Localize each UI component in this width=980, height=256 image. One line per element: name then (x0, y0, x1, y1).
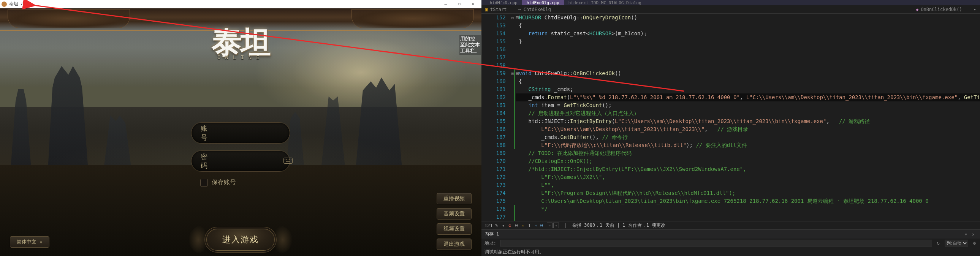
code-lines[interactable]: ⊟HCURSOR ChtdExeDlg::OnQueryDragIcon() {… (515, 14, 980, 221)
warning-icon[interactable]: ⚠ (522, 223, 524, 228)
memory-message-row: 调试对象正在运行时不可用。 (482, 248, 980, 256)
audio-settings-button[interactable]: 音频设置 (437, 208, 472, 219)
svg-rect-3 (288, 159, 288, 159)
svg-rect-1 (285, 159, 285, 159)
nav-arrows[interactable]: ←→ (547, 223, 559, 228)
warn-count: 1 (528, 223, 531, 228)
language-label: 简体中文 (17, 239, 37, 245)
logo-text: 泰坦 (212, 29, 269, 56)
password-label: 密码 (200, 152, 207, 170)
minimize-button[interactable]: — (439, 0, 453, 8)
svg-rect-2 (286, 159, 287, 159)
logo-subtitle: ONLINE (217, 54, 264, 60)
keyboard-icon[interactable] (283, 157, 293, 164)
save-account-row: 保存账号 (191, 178, 290, 186)
save-account-checkbox[interactable] (200, 179, 208, 186)
video-settings-button[interactable]: 视频设置 (437, 223, 472, 235)
password-row: 密码 (191, 150, 290, 172)
address-input[interactable] (500, 240, 932, 246)
line-number-gutter: 1521531541551561571581591601611621631641… (482, 14, 509, 221)
game-window: 泰坦 am — ☐ ✕ 泰坦 ONLINE 账号 密码 (0, 0, 482, 256)
address-label: 地址: (485, 240, 496, 246)
caret-info: 杂指 3080，1 天前 | 1 名作者，1 项更改 (572, 222, 665, 229)
chevron-down-icon: ▾ (40, 239, 43, 245)
breadcrumb-project[interactable]: ▣tStart (485, 7, 507, 12)
exit-game-button[interactable]: 退出游戏 (437, 239, 472, 250)
columns-select[interactable]: 列: 自动 (945, 240, 968, 246)
svg-rect-5 (291, 159, 291, 159)
editor-statusbar: 121 % ▾ ⊘0 ⚠1 ↑ 0 ←→ | 杂指 3080，1 天前 | 1 … (482, 221, 980, 229)
refresh-icon[interactable]: ↻ (936, 240, 941, 246)
memory-panel-title: 内存 1 (485, 231, 499, 237)
enter-game-button[interactable]: 进入游戏 (206, 229, 275, 251)
breadcrumb-function[interactable]: ◆OnBnClickedOk() (916, 7, 962, 12)
cube-icon: ▣ (485, 7, 488, 12)
account-input[interactable] (207, 129, 283, 136)
memory-message: 调试对象正在运行时不可用。 (485, 249, 544, 255)
info-count: ↑ 0 (535, 223, 543, 228)
code-editor: htdMfcD.cpp htdExeDlg.cpp htdexect IDD_M… (482, 0, 980, 256)
save-account-label: 保存账号 (212, 178, 236, 186)
tab-active[interactable]: htdExeDlg.cpp (522, 0, 564, 5)
window-titlebar: 泰坦 am — ☐ ✕ (0, 0, 482, 8)
window-title: 泰坦 am (9, 1, 27, 7)
breadcrumb: ▣tStart → ChtdExeDlg ◆OnBnClickedOk() ▾ (482, 5, 980, 14)
memory-panel-header: 内存 1 ▾ ✕ (482, 229, 980, 239)
tab-inactive[interactable]: htdMfcD.cpp (485, 0, 522, 5)
svg-rect-0 (284, 158, 293, 164)
account-row: 账号 (191, 122, 290, 143)
right-button-stack: 重播视频 音频设置 视频设置 退出游戏 (437, 193, 472, 250)
breadcrumb-class[interactable]: → ChtdExeDlg (518, 7, 551, 12)
panel-dropdown-icon[interactable]: ▾ (963, 232, 970, 237)
svg-rect-6 (286, 161, 290, 162)
login-panel: 账号 密码 保存账号 (191, 122, 290, 186)
settings-icon[interactable]: ⚙ (972, 240, 977, 246)
error-count: 0 (515, 223, 517, 228)
app-icon (2, 2, 7, 7)
close-button[interactable]: ✕ (466, 0, 480, 8)
game-logo: 泰坦 ONLINE (195, 20, 286, 69)
memory-address-row: 地址: ↻ 列: 自动 ⚙ (482, 239, 980, 248)
zoom-level[interactable]: 121 % (485, 223, 498, 228)
language-select[interactable]: 简体中文 ▾ (10, 236, 49, 248)
tab-trail[interactable]: htdexect IDD_MC_DIALOG Dialog (564, 0, 646, 5)
error-icon[interactable]: ⊘ (508, 223, 511, 228)
enter-game-label: 进入游戏 (222, 234, 259, 245)
replay-video-button[interactable]: 重播视频 (437, 193, 472, 204)
game-body: 泰坦 ONLINE 账号 密码 保存账号 重播视频 音频设置 视 (0, 8, 482, 256)
editor-tabs: htdMfcD.cpp htdExeDlg.cpp htdexect IDD_M… (482, 0, 980, 5)
panel-close-icon[interactable]: ✕ (970, 232, 977, 237)
method-icon: ◆ (916, 7, 918, 12)
breadcrumb-dropdown-icon[interactable]: ▾ (974, 7, 976, 12)
password-input[interactable] (207, 157, 283, 164)
account-label: 账号 (200, 124, 207, 142)
zoom-dropdown-icon[interactable]: ▾ (502, 223, 504, 228)
svg-rect-4 (289, 159, 290, 159)
maximize-button[interactable]: ☐ (453, 0, 466, 8)
code-area[interactable]: 1521531541551561571581591601611621631641… (482, 14, 980, 221)
hover-tooltip: 用的控 至此文本 工具栏。 (460, 35, 481, 55)
